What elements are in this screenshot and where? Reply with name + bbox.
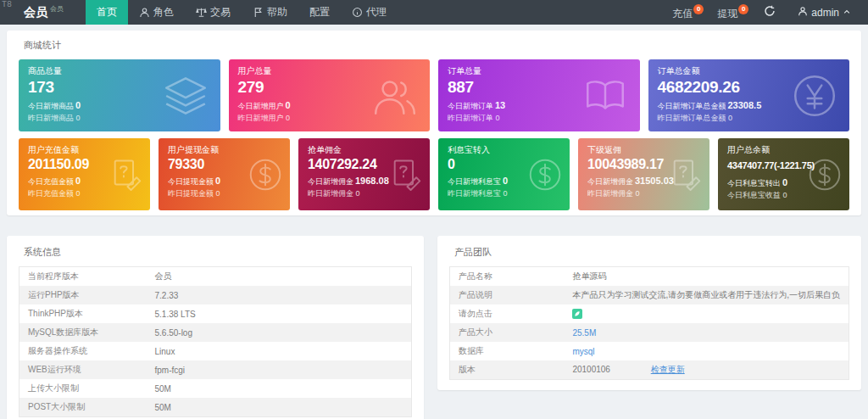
stats-panel-title: 商城统计	[24, 39, 849, 52]
stats-row-1: 商品总量 173 今日新增商品0 昨日新增商品 0 用户总量 279 今日新增用…	[19, 59, 849, 131]
table-row: 产品大小25.5M	[450, 323, 849, 342]
version-value: 20100106	[572, 365, 610, 374]
person-icon	[139, 7, 150, 18]
stat-card-total-balance: 用户总余额 4347407.77(-1221.75) 今日利息宝转出0 今日利息…	[718, 138, 849, 210]
dollar-circle-icon	[246, 155, 285, 194]
stat-card-interest-in: 利息宝转入 0 今日新增利息宝0 昨日新增利息宝 0	[438, 138, 570, 210]
table-row: 运行PHP版本7.2.33	[19, 286, 412, 304]
recharge-badge: 0	[693, 4, 704, 14]
nav-item-trade[interactable]: 交易	[185, 0, 242, 25]
table-row: 产品说明本产品只为学习测试交流,请勿要做商业或者用于违法行为,一切后果自负	[450, 286, 849, 304]
check-update-link[interactable]: 检查更新	[651, 365, 685, 374]
table-row: 当前程序版本会员	[19, 267, 412, 287]
bottom-section: 系统信息 当前程序版本会员 运行PHP版本7.2.33 ThinkPHP版本5.…	[7, 236, 861, 419]
table-row: MySQL数据库版本5.6.50-log	[19, 323, 412, 342]
database-link[interactable]: mysql	[572, 347, 594, 356]
stat-card-withdraw: 用户提现金额 79330 今日提现金额0 昨日提现金额 0	[159, 138, 290, 210]
brand-label: 会员	[24, 5, 47, 20]
system-info-table: 当前程序版本会员 运行PHP版本7.2.33 ThinkPHP版本5.1.38 …	[19, 266, 412, 417]
dollar-circle-icon	[805, 155, 844, 194]
navbar-right: 充值 0 提现 0 admin	[664, 0, 868, 25]
table-row: 版本 20100106 检查更新	[450, 360, 849, 380]
product-team-table: 产品名称抢单源码 产品说明本产品只为学习测试交流,请勿要做商业或者用于违法行为,…	[449, 266, 849, 380]
yen-circle-icon	[790, 71, 839, 120]
withdraw-button[interactable]: 提现 0	[709, 3, 750, 21]
book-open-icon	[581, 71, 630, 120]
stat-card-rebate: 下级返佣 10043989.17 今日新增佣金31505.03 昨日新增佣金 0	[578, 138, 709, 210]
scales-icon	[196, 7, 207, 18]
leaf-icon[interactable]	[572, 309, 582, 319]
nav-item-config[interactable]: 配置	[298, 0, 341, 25]
dollar-circle-icon	[526, 155, 565, 194]
chevron-up-icon	[843, 7, 851, 19]
system-info-panel: 系统信息 当前程序版本会员 运行PHP版本7.2.33 ThinkPHP版本5.…	[7, 236, 424, 419]
nav-item-help[interactable]: 帮助	[242, 0, 298, 25]
flag-icon	[253, 7, 264, 18]
doc-edit-icon	[106, 155, 145, 194]
system-info-title: 系统信息	[24, 246, 412, 259]
table-row: 服务器操作系统Linux	[19, 342, 412, 360]
username: admin	[811, 7, 839, 19]
product-size-link[interactable]: 25.5M	[572, 328, 596, 338]
refresh-icon	[764, 5, 776, 20]
stat-card-order-amount: 订单总金额 4682209.26 今日新增订单总金额23308.5 昨日新增订单…	[648, 59, 850, 131]
table-row: ThinkPHP版本5.1.38 LTS	[19, 304, 412, 323]
stat-card-products: 商品总量 173 今日新增商品0 昨日新增商品 0	[19, 59, 220, 131]
brand: 会员 会员	[24, 0, 64, 25]
brand-sup-tag: 会员	[50, 4, 64, 14]
doc-edit-icon	[665, 155, 704, 194]
info-circle-icon	[352, 7, 363, 18]
withdraw-badge: 0	[738, 4, 748, 14]
table-row: WEB运行环境fpm-fcgi	[19, 360, 412, 379]
layers-icon	[161, 71, 210, 120]
product-team-panel: 产品团队 产品名称抢单源码 产品说明本产品只为学习测试交流,请勿要做商业或者用于…	[437, 236, 861, 390]
table-row: 请勿点击	[450, 304, 849, 323]
nav-item-roles[interactable]: 角色	[128, 0, 185, 25]
user-menu[interactable]: admin	[789, 6, 854, 19]
product-team-title: 产品团队	[454, 246, 849, 259]
watermark-text: T8	[2, 0, 12, 9]
nav-item-home[interactable]: 首页	[86, 0, 128, 25]
stat-card-recharge: 用户充值金额 201150.09 今日充值金额0 昨日充值金额 0	[19, 138, 150, 210]
stats-row-2: 用户充值金额 201150.09 今日充值金额0 昨日充值金额 0 用户提现金额…	[19, 138, 849, 210]
stat-card-commission: 抢单佣金 1407292.24 今日新增佣金1968.08 昨日新增佣金 0	[298, 138, 430, 210]
table-row: 数据库mysql	[450, 342, 849, 360]
stat-card-orders: 订单总量 887 今日新增订单13 昨日新增订单 0	[438, 59, 640, 131]
refresh-button[interactable]	[754, 5, 786, 20]
table-row: 上传大小限制50M	[19, 379, 412, 398]
main-nav: 首页 角色 交易 帮助 配置 代理	[86, 0, 398, 25]
person-icon	[798, 6, 808, 19]
stats-panel: 商城统计 商品总量 173 今日新增商品0 昨日新增商品 0 用户总量 279 …	[7, 31, 861, 215]
table-row: POST大小限制50M	[19, 398, 412, 417]
top-navbar: T8 会员 会员 首页 角色 交易 帮助 配置 代理 充值 0	[0, 0, 868, 25]
table-row: 产品名称抢单源码	[450, 267, 849, 287]
nav-item-agent[interactable]: 代理	[341, 0, 398, 25]
stat-card-users: 用户总量 279 今日新增用户0 昨日新增用户 0	[229, 59, 431, 131]
doc-edit-icon	[386, 155, 425, 194]
recharge-button[interactable]: 充值 0	[664, 3, 705, 21]
users-icon	[370, 71, 420, 120]
